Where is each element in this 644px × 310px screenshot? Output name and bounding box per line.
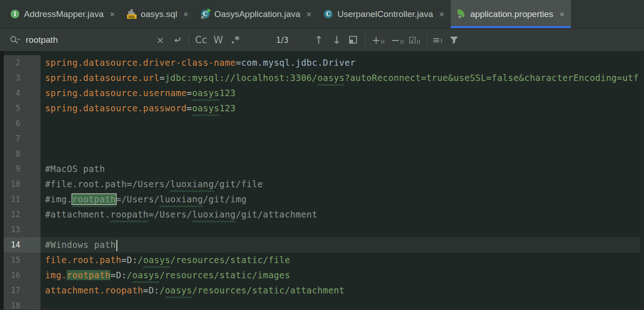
code-text: #MacOS path: [40, 161, 644, 177]
tab-label: oasys.sql: [141, 9, 177, 19]
code-line-4[interactable]: 4spring.datasource.username=oasys123: [4, 86, 644, 101]
close-tab-icon[interactable]: ×: [439, 10, 444, 19]
close-tab-icon[interactable]: ×: [109, 10, 115, 19]
code-line-14[interactable]: 14#Windows path: [4, 237, 644, 253]
tab-application-properties[interactable]: application.properties×: [451, 0, 571, 28]
scrollbar-track[interactable]: [640, 52, 644, 310]
spring-boot-class-icon: C: [201, 9, 210, 19]
whole-words-toggle[interactable]: W: [213, 34, 223, 46]
tab-label: UserpanelController.java: [337, 9, 433, 19]
tab-label: OasysApplication.java: [214, 9, 300, 19]
add-occurrence-button[interactable]: +II: [372, 34, 385, 46]
divider: [427, 34, 427, 46]
code-text: #file.root.path=/Users/luoxiang/git/file: [40, 177, 644, 192]
code-line-15[interactable]: 15file.root.path=D:/oasys/resources/stat…: [4, 253, 644, 268]
code-line-13[interactable]: 13: [4, 222, 644, 237]
code-line-8[interactable]: 8: [4, 146, 644, 161]
search-input[interactable]: [26, 35, 150, 45]
tab-UserpanelController-java[interactable]: CUserpanelController.java×: [318, 0, 451, 28]
code-line-3[interactable]: 3spring.datasource.url=jdbc:mysql://loca…: [4, 70, 644, 86]
clear-search-icon[interactable]: ×: [156, 34, 164, 46]
code-line-18[interactable]: 18: [4, 298, 644, 310]
line-number: 15: [4, 253, 40, 268]
line-number: 16: [4, 268, 40, 283]
divider: [189, 34, 189, 46]
code-line-11[interactable]: 11#img.rootpath=/Users/luoxiang/git/img: [4, 192, 644, 207]
close-tab-icon[interactable]: ×: [183, 10, 189, 19]
close-tab-icon[interactable]: ×: [306, 10, 312, 19]
code-text: [40, 222, 644, 237]
code-line-5[interactable]: 5spring.datasource.password=oasys123: [4, 101, 644, 116]
spring-properties-icon: [456, 9, 466, 19]
line-number: 11: [4, 192, 40, 207]
tab-AddressMapper-java[interactable]: IAddressMapper.java×: [5, 0, 121, 28]
line-number: 18: [4, 298, 40, 310]
code-text: spring.datasource.url=jdbc:mysql://local…: [40, 70, 644, 86]
editor-tab-bar: IAddressMapper.java×SQLoasys.sql×COasysA…: [0, 0, 644, 29]
line-number: 8: [4, 146, 40, 161]
find-all-icon[interactable]: [348, 35, 358, 45]
sql-file-icon: SQL: [127, 9, 137, 19]
line-number: 9: [4, 161, 40, 177]
code-text: attachment.roopath=D:/oasys/resources/st…: [40, 283, 644, 298]
previous-occurrence-button[interactable]: ↑: [314, 34, 323, 46]
interface-icon: I: [10, 9, 20, 19]
select-all-occurrences-button[interactable]: ☑II: [408, 35, 421, 45]
code-text: file.root.path=D:/oasys/resources/static…: [40, 253, 644, 268]
line-number: 13: [4, 222, 40, 237]
match-count: 1/3: [276, 35, 288, 45]
code-text: spring.datasource.driver-class-name=com.…: [40, 55, 644, 70]
code-text: [40, 131, 644, 146]
tab-OasysApplication-java[interactable]: COasysApplication.java×: [195, 0, 318, 28]
code-text: #Windows path: [40, 237, 644, 253]
text-caret: [116, 240, 117, 251]
code-line-16[interactable]: 16img.rootpath=D:/oasys/resources/static…: [4, 268, 644, 283]
code-text: [40, 146, 644, 161]
line-number: 17: [4, 283, 40, 298]
editor-pane[interactable]: 2spring.datasource.driver-class-name=com…: [0, 52, 644, 310]
code-line-17[interactable]: 17attachment.roopath=D:/oasys/resources/…: [4, 283, 644, 298]
line-number: 7: [4, 131, 40, 146]
code-line-7[interactable]: 7: [4, 131, 644, 146]
line-number: 5: [4, 101, 40, 116]
line-number: 2: [4, 55, 40, 70]
filter-search-icon[interactable]: [449, 35, 459, 45]
code-text: spring.datasource.password=oasys123: [40, 101, 644, 116]
code-line-9[interactable]: 9#MacOS path: [4, 161, 644, 177]
code-text: #attachment.roopath=/Users/luoxiang/git/…: [40, 207, 644, 222]
find-bar: × Cc W .* 1/3 ↑ ↓ +II −II ☑II ≡I: [0, 29, 644, 52]
next-occurrence-button[interactable]: ↓: [332, 34, 341, 46]
tab-label: AddressMapper.java: [24, 9, 104, 19]
line-number: 3: [4, 70, 40, 86]
line-number: 14: [4, 237, 40, 253]
code-line-2[interactable]: 2spring.datasource.driver-class-name=com…: [4, 55, 644, 70]
filter-lines-button[interactable]: ≡I: [432, 34, 443, 46]
code-text: img.rootpath=D:/oasys/resources/static/i…: [40, 268, 644, 283]
remove-occurrence-button[interactable]: −II: [391, 34, 404, 46]
regex-toggle[interactable]: .*: [231, 34, 240, 46]
tab-label: application.properties: [470, 9, 553, 19]
newline-icon[interactable]: [172, 35, 183, 45]
match-case-toggle[interactable]: Cc: [195, 34, 207, 46]
search-icon[interactable]: [9, 35, 21, 45]
code-text: #img.rootpath=/Users/luoxiang/git/img: [40, 192, 644, 207]
code-line-6[interactable]: 6: [4, 116, 644, 131]
code-text: [40, 298, 644, 310]
code-line-12[interactable]: 12#attachment.roopath=/Users/luoxiang/gi…: [4, 207, 644, 222]
code-text: [40, 116, 644, 131]
line-number: 4: [4, 86, 40, 101]
code-text: spring.datasource.username=oasys123: [40, 86, 644, 101]
code-line-10[interactable]: 10#file.root.path=/Users/luoxiang/git/fi…: [4, 177, 644, 192]
class-icon: C: [323, 9, 333, 19]
close-tab-icon[interactable]: ×: [559, 10, 565, 19]
tab-oasys-sql[interactable]: SQLoasys.sql×: [121, 0, 195, 28]
divider: [365, 34, 366, 46]
line-number: 10: [4, 177, 40, 192]
line-number: 6: [4, 116, 40, 131]
line-number: 12: [4, 207, 40, 222]
